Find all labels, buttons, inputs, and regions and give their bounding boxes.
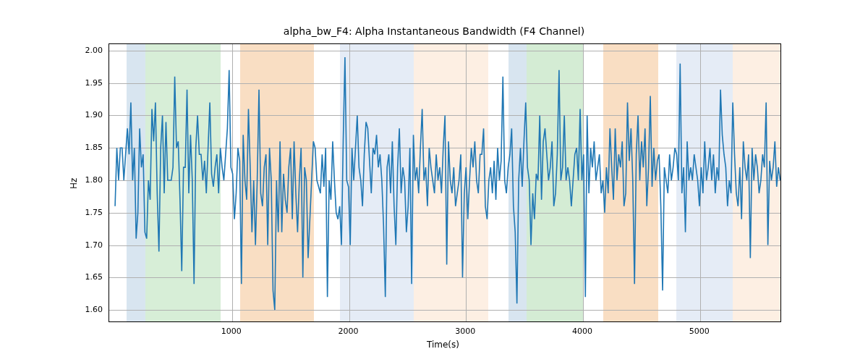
xtick-label: 2000 bbox=[339, 327, 359, 336]
ytick-label: 2.00 bbox=[80, 45, 103, 54]
xtick-label: 4000 bbox=[572, 327, 592, 336]
ytick-label: 1.80 bbox=[80, 175, 103, 185]
plot-axes bbox=[109, 43, 781, 322]
x-axis-label: Time(s) bbox=[427, 340, 459, 350]
ytick-label: 1.70 bbox=[80, 240, 103, 249]
ytick-label: 1.75 bbox=[80, 207, 103, 216]
chart-figure: alpha_bw_F4: Alpha Instantaneous Bandwid… bbox=[0, 0, 868, 362]
ytick-label: 1.65 bbox=[80, 272, 103, 282]
ytick-label: 1.90 bbox=[80, 110, 103, 119]
line-svg bbox=[109, 44, 781, 322]
chart-title: alpha_bw_F4: Alpha Instantaneous Bandwid… bbox=[0, 25, 868, 37]
line-series bbox=[115, 57, 780, 310]
xtick-label: 3000 bbox=[455, 327, 475, 336]
ytick-label: 1.85 bbox=[80, 143, 103, 152]
xtick-label: 5000 bbox=[689, 327, 710, 336]
ytick-label: 1.95 bbox=[80, 77, 103, 87]
xtick-label: 1000 bbox=[221, 327, 242, 336]
y-axis-label: Hz bbox=[69, 177, 79, 188]
ytick-label: 1.60 bbox=[80, 305, 103, 314]
